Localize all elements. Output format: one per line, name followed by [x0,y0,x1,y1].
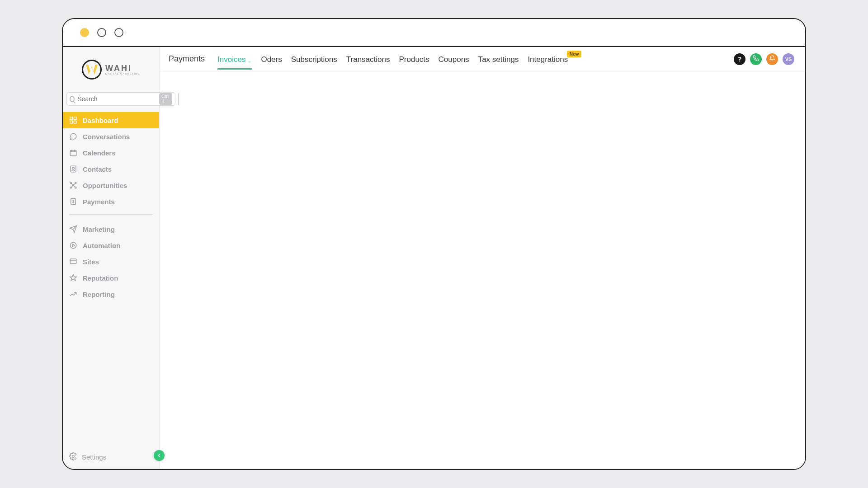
gear-icon [69,452,77,462]
user-avatar[interactable]: VS [783,53,794,65]
sidebar-item-label: Contacts [83,165,112,173]
sidebar-nav-secondary: Marketing Automation Sites Reputation Re… [63,219,159,302]
svg-point-6 [72,167,75,169]
help-button[interactable]: ? [734,53,745,65]
sidebar-item-label: Payments [83,198,115,206]
sidebar-item-label: Marketing [83,225,115,233]
calendar-icon [69,149,77,157]
tab-label: Invoices [217,55,245,64]
sidebar-item-calendars[interactable]: Calenders [63,145,159,161]
grid-icon [69,116,77,124]
tab-label: Oders [261,55,282,64]
svg-point-10 [70,187,71,188]
page-title: Payments [169,54,205,64]
tab-label: Tax settings [478,55,519,64]
sidebar-item-label: Opportunities [83,182,127,189]
tab-subscriptions[interactable]: Subscriptions [291,49,337,70]
sidebar-item-reporting[interactable]: Reporting [63,286,159,302]
svg-point-11 [75,187,76,188]
window-minimize-button[interactable] [97,28,106,37]
quick-action-button[interactable] [178,93,179,105]
sites-icon [69,258,77,266]
play-icon [69,241,77,249]
sidebar-item-label: Calenders [83,149,116,157]
chevron-left-icon [156,452,162,460]
sidebar-item-payments[interactable]: Payments [63,193,159,210]
payments-icon [69,197,77,206]
svg-rect-14 [70,259,76,264]
app-body: WAHI DIGITAL MARKETING Ctrl K [63,47,805,469]
window-titlebar [63,19,805,47]
search-shortcut: Ctrl K [159,93,172,105]
svg-rect-3 [74,121,76,123]
sidebar-footer: Settings [63,445,159,469]
svg-point-8 [70,182,71,183]
sidebar-item-label: Reporting [83,291,115,298]
tab-invoices[interactable]: Invoices [217,49,252,70]
app-window: WAHI DIGITAL MARKETING Ctrl K [62,18,806,470]
sidebar-item-opportunities[interactable]: Opportunities [63,177,159,193]
top-actions: ? VS [734,53,794,65]
sidebar-item-contacts[interactable]: Contacts [63,161,159,177]
logo-mark-icon [82,60,102,80]
sidebar-item-marketing[interactable]: Marketing [63,221,159,237]
window-close-button[interactable] [80,28,89,37]
logo-name: WAHI [105,64,140,72]
tab-integrations[interactable]: Integrations New [528,49,568,70]
svg-rect-1 [74,117,76,119]
search-input[interactable] [77,95,156,103]
notifications-button[interactable] [766,53,778,65]
tab-products[interactable]: Products [399,49,429,70]
avatar-initials: VS [785,56,792,62]
svg-rect-4 [70,150,76,156]
chat-icon [69,132,77,141]
bell-icon [769,55,775,63]
tab-label: Products [399,55,429,64]
sidebar-item-label: Dashboard [83,117,118,124]
tab-transactions[interactable]: Transactions [346,49,390,70]
contacts-icon [69,165,77,173]
svg-point-13 [70,242,76,249]
help-icon: ? [738,56,742,63]
svg-rect-0 [70,117,72,119]
tab-label: Coupons [439,55,469,64]
window-maximize-button[interactable] [114,28,123,37]
svg-rect-2 [70,121,72,123]
search-box[interactable]: Ctrl K [66,92,175,106]
tab-coupons[interactable]: Coupons [439,49,469,70]
tab-orders[interactable]: Oders [261,49,282,70]
trend-icon [69,290,77,298]
settings-link[interactable]: Settings [82,453,106,461]
star-icon [69,274,77,282]
tabs: Invoices Oders Subscriptions Transaction… [217,49,568,70]
new-badge: New [567,51,582,57]
tab-tax-settings[interactable]: Tax settings [478,49,519,70]
sidebar-item-dashboard[interactable]: Dashboard [63,112,159,128]
content-area [160,71,805,469]
search-row: Ctrl K [63,92,159,110]
phone-button[interactable] [750,53,762,65]
sidebar: WAHI DIGITAL MARKETING Ctrl K [63,47,160,469]
tab-label: Subscriptions [291,55,337,64]
sidebar-item-label: Automation [83,242,120,249]
sidebar-item-conversations[interactable]: Conversations [63,128,159,145]
svg-point-15 [72,455,75,457]
sidebar-collapse-button[interactable] [154,450,165,461]
send-icon [69,225,77,233]
tab-label: Transactions [346,55,390,64]
search-icon [70,96,75,102]
sidebar-item-label: Sites [83,258,99,266]
sidebar-item-automation[interactable]: Automation [63,237,159,253]
svg-point-9 [75,182,76,183]
chevron-down-icon [247,57,252,62]
logo: WAHI DIGITAL MARKETING [63,47,159,92]
sidebar-item-reputation[interactable]: Reputation [63,270,159,286]
sidebar-item-sites[interactable]: Sites [63,253,159,270]
sidebar-divider [69,214,153,215]
sidebar-item-label: Conversations [83,133,130,141]
logo-subtitle: DIGITAL MARKETING [105,72,140,75]
topbar: Payments Invoices Oders Subscriptions Tr… [160,47,805,71]
opportunities-icon [69,181,77,189]
main: Payments Invoices Oders Subscriptions Tr… [160,47,805,469]
phone-icon [753,55,759,63]
